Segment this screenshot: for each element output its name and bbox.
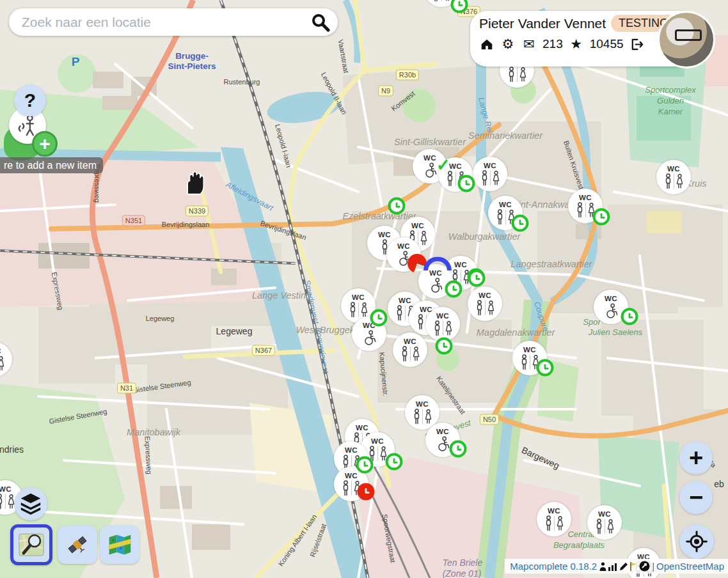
zoom-in-button[interactable]: + <box>679 441 713 474</box>
osm-carto-icon <box>17 531 45 559</box>
messages-count: 213 <box>542 37 563 51</box>
basemap-satellite-button[interactable] <box>58 526 97 564</box>
add-item-tooltip: re to add a new item <box>0 157 103 173</box>
folded-map-icon <box>107 532 132 558</box>
help-label: ? <box>24 90 36 111</box>
user-icon <box>599 561 607 572</box>
map-decor-layer <box>0 0 728 578</box>
zoom-out-label: − <box>689 484 703 512</box>
basemap-osm-button[interactable] <box>10 524 52 565</box>
zoom-out-button[interactable]: − <box>679 481 713 514</box>
satellite-icon <box>65 532 90 558</box>
search-icon[interactable] <box>311 13 330 32</box>
stats-icon <box>608 561 618 572</box>
layers-button[interactable] <box>14 487 47 520</box>
star-icon: ★ <box>569 36 584 52</box>
geolocate-button[interactable] <box>679 524 714 559</box>
search-input[interactable] <box>20 14 311 31</box>
attribution-icons <box>599 561 650 572</box>
pen-icon <box>619 561 629 572</box>
user-name: Pieter Vander Vennet <box>479 16 606 31</box>
gear-icon[interactable]: ⚙ <box>500 36 516 52</box>
changesets-count: 10455 <box>590 37 624 51</box>
avatar[interactable] <box>658 11 715 68</box>
attribution-separator: | <box>652 561 654 572</box>
logout-icon[interactable] <box>629 36 645 52</box>
attribution-circle-icon <box>639 561 650 572</box>
home-icon[interactable] <box>479 36 495 52</box>
flag-icon <box>629 561 638 572</box>
add-plus-icon[interactable]: + <box>32 131 58 157</box>
help-button[interactable]: ? <box>14 84 46 116</box>
crosshair-icon <box>686 531 708 552</box>
zoom-in-label: + <box>689 444 703 472</box>
osm-link[interactable]: OpenStreetMap <box>656 561 724 572</box>
mail-icon[interactable]: ✉ <box>521 36 537 52</box>
app-version[interactable]: Mapcomplete 0.18.2 <box>510 561 597 572</box>
basemap-map-button[interactable] <box>100 526 139 564</box>
attribution-bar: Mapcomplete 0.18.2 | OpenStreetMap <box>505 559 728 574</box>
hand-cursor-icon <box>181 168 207 197</box>
arc-blue-shape <box>423 256 452 270</box>
search-bar[interactable] <box>9 8 338 36</box>
